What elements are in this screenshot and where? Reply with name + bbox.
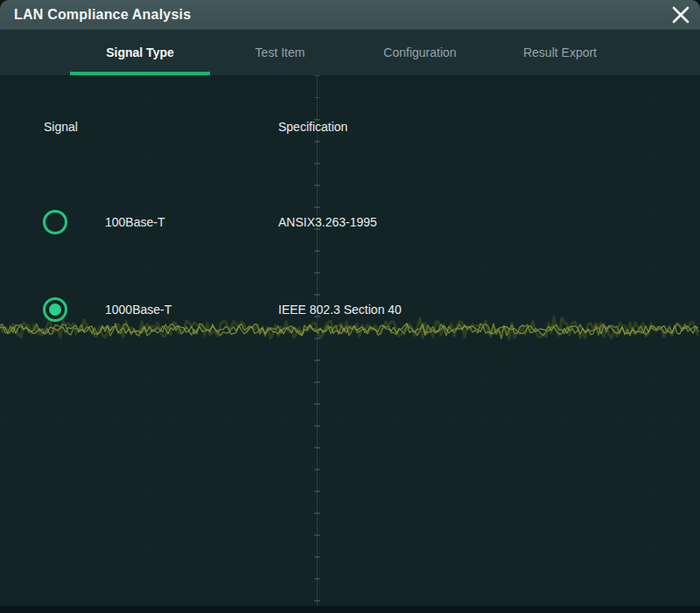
tab-test-item-label: Test Item [256, 45, 305, 59]
tab-configuration-label: Configuration [383, 45, 456, 59]
radio-100base-t[interactable] [43, 210, 67, 234]
column-header-specification: Specification [278, 120, 347, 134]
radio-1000base-t[interactable] [43, 297, 67, 322]
spec-label-100base-t: ANSIX3.263-1995 [278, 215, 377, 229]
close-icon [671, 5, 690, 24]
graticule-vline [651, 75, 652, 606]
signal-type-panel: Signal Specification 100Base-T ANSIX3.26… [0, 75, 700, 606]
signal-label-1000base-t: 1000Base-T [105, 303, 172, 317]
spec-label-1000base-t: IEEE 802.3 Section 40 [278, 303, 402, 317]
screen-background-strip [0, 606, 700, 613]
graticule-center-ticks [314, 75, 320, 606]
radio-dot [49, 303, 61, 316]
graticule-vline [484, 75, 485, 606]
tab-signal-type-label: Signal Type [106, 45, 174, 59]
graticule-vline [150, 75, 151, 606]
graticule-hline [0, 420, 700, 421]
signal-label-100base-t: 100Base-T [105, 215, 164, 229]
tab-result-export-label: Result Export [523, 45, 597, 59]
dialog-titlebar: LAN Compliance Analysis [0, 0, 700, 30]
tab-signal-type[interactable]: Signal Type [70, 30, 210, 75]
close-button[interactable] [668, 3, 693, 26]
tab-bar: Signal Type Test Item Configuration Resu… [0, 30, 700, 75]
tab-configuration[interactable]: Configuration [350, 30, 490, 75]
column-header-signal: Signal [44, 120, 78, 134]
tab-test-item[interactable]: Test Item [210, 30, 350, 75]
tab-result-export[interactable]: Result Export [490, 30, 630, 75]
lan-compliance-dialog: LAN Compliance Analysis Signal Type Test… [0, 0, 700, 606]
graticule-center-vline [317, 75, 318, 606]
dialog-title: LAN Compliance Analysis [0, 7, 191, 23]
